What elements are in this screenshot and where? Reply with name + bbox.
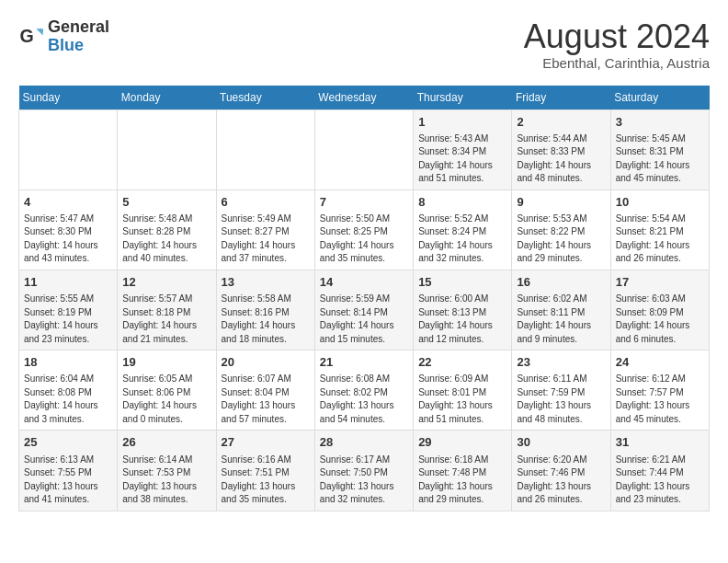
calendar-cell: 4Sunrise: 5:47 AM Sunset: 8:30 PM Daylig… xyxy=(19,190,118,270)
day-number: 8 xyxy=(418,194,506,211)
weekday-header-row: SundayMondayTuesdayWednesdayThursdayFrid… xyxy=(19,86,710,110)
day-number: 21 xyxy=(320,354,408,371)
calendar-cell: 30Sunrise: 6:20 AM Sunset: 7:46 PM Dayli… xyxy=(512,431,610,511)
calendar-cell: 13Sunrise: 5:58 AM Sunset: 8:16 PM Dayli… xyxy=(216,270,314,350)
svg-marker-2 xyxy=(37,29,43,35)
calendar-body: 1Sunrise: 5:43 AM Sunset: 8:34 PM Daylig… xyxy=(19,109,710,511)
day-number: 22 xyxy=(418,354,506,371)
calendar-cell: 22Sunrise: 6:09 AM Sunset: 8:01 PM Dayli… xyxy=(414,350,512,431)
weekday-header-tuesday: Tuesday xyxy=(216,86,314,110)
day-number: 11 xyxy=(24,274,112,291)
day-number: 5 xyxy=(122,194,210,211)
cell-info: Sunrise: 6:13 AM Sunset: 7:55 PM Dayligh… xyxy=(24,454,112,507)
logo-text: General Blue xyxy=(48,18,109,55)
weekday-header-wednesday: Wednesday xyxy=(314,86,413,110)
day-number: 4 xyxy=(24,194,112,211)
calendar-cell: 16Sunrise: 6:02 AM Sunset: 8:11 PM Dayli… xyxy=(512,270,610,350)
calendar-table: SundayMondayTuesdayWednesdayThursdayFrid… xyxy=(18,86,710,511)
weekday-header-monday: Monday xyxy=(118,86,216,110)
calendar-cell: 8Sunrise: 5:52 AM Sunset: 8:24 PM Daylig… xyxy=(414,190,512,270)
day-number: 9 xyxy=(517,194,605,211)
day-number: 12 xyxy=(122,274,210,291)
calendar-cell: 29Sunrise: 6:18 AM Sunset: 7:48 PM Dayli… xyxy=(414,431,512,511)
day-number: 29 xyxy=(418,434,506,451)
day-number: 10 xyxy=(616,194,704,211)
cell-info: Sunrise: 5:48 AM Sunset: 8:28 PM Dayligh… xyxy=(122,213,210,266)
day-number: 23 xyxy=(517,354,605,371)
day-number: 18 xyxy=(24,354,112,371)
day-number: 2 xyxy=(517,114,605,131)
cell-info: Sunrise: 5:47 AM Sunset: 8:30 PM Dayligh… xyxy=(24,213,112,266)
calendar-cell xyxy=(216,109,314,190)
cell-info: Sunrise: 6:16 AM Sunset: 7:51 PM Dayligh… xyxy=(222,454,310,507)
cell-info: Sunrise: 6:21 AM Sunset: 7:44 PM Dayligh… xyxy=(616,454,704,507)
cell-info: Sunrise: 5:54 AM Sunset: 8:21 PM Dayligh… xyxy=(616,213,704,266)
day-number: 28 xyxy=(320,434,408,451)
cell-info: Sunrise: 6:05 AM Sunset: 8:06 PM Dayligh… xyxy=(122,373,210,426)
calendar-cell: 2Sunrise: 5:44 AM Sunset: 8:33 PM Daylig… xyxy=(512,109,610,190)
calendar-cell xyxy=(19,109,118,190)
day-number: 25 xyxy=(24,434,112,451)
cell-info: Sunrise: 6:14 AM Sunset: 7:53 PM Dayligh… xyxy=(122,454,210,507)
day-number: 13 xyxy=(222,274,310,291)
page-header: G General Blue August 2024 Ebenthal, Car… xyxy=(18,18,710,71)
cell-info: Sunrise: 6:04 AM Sunset: 8:08 PM Dayligh… xyxy=(24,373,112,426)
calendar-cell: 7Sunrise: 5:50 AM Sunset: 8:25 PM Daylig… xyxy=(314,190,413,270)
location-subtitle: Ebenthal, Carinthia, Austria xyxy=(524,55,710,71)
logo: G General Blue xyxy=(18,18,109,55)
cell-info: Sunrise: 5:59 AM Sunset: 8:14 PM Dayligh… xyxy=(320,293,408,346)
day-number: 3 xyxy=(616,114,704,131)
cell-info: Sunrise: 6:09 AM Sunset: 8:01 PM Dayligh… xyxy=(418,373,506,426)
calendar-cell: 14Sunrise: 5:59 AM Sunset: 8:14 PM Dayli… xyxy=(314,270,413,350)
weekday-header-sunday: Sunday xyxy=(19,86,118,110)
cell-info: Sunrise: 6:07 AM Sunset: 8:04 PM Dayligh… xyxy=(222,373,310,426)
cell-info: Sunrise: 5:43 AM Sunset: 8:34 PM Dayligh… xyxy=(418,132,506,186)
calendar-week-row: 25Sunrise: 6:13 AM Sunset: 7:55 PM Dayli… xyxy=(19,431,710,511)
calendar-week-row: 18Sunrise: 6:04 AM Sunset: 8:08 PM Dayli… xyxy=(19,350,710,431)
day-number: 14 xyxy=(320,274,408,291)
calendar-cell: 15Sunrise: 6:00 AM Sunset: 8:13 PM Dayli… xyxy=(414,270,512,350)
cell-info: Sunrise: 6:18 AM Sunset: 7:48 PM Dayligh… xyxy=(418,454,506,507)
cell-info: Sunrise: 6:12 AM Sunset: 7:57 PM Dayligh… xyxy=(616,373,704,426)
cell-info: Sunrise: 6:17 AM Sunset: 7:50 PM Dayligh… xyxy=(320,454,408,507)
calendar-week-row: 4Sunrise: 5:47 AM Sunset: 8:30 PM Daylig… xyxy=(19,190,710,270)
weekday-header-friday: Friday xyxy=(512,86,610,110)
cell-info: Sunrise: 5:55 AM Sunset: 8:19 PM Dayligh… xyxy=(24,293,112,346)
day-number: 31 xyxy=(616,434,704,451)
day-number: 1 xyxy=(418,114,506,131)
cell-info: Sunrise: 6:03 AM Sunset: 8:09 PM Dayligh… xyxy=(616,293,704,346)
day-number: 17 xyxy=(616,274,704,291)
calendar-cell: 23Sunrise: 6:11 AM Sunset: 7:59 PM Dayli… xyxy=(512,350,610,431)
logo-general: General xyxy=(48,18,109,37)
cell-info: Sunrise: 6:20 AM Sunset: 7:46 PM Dayligh… xyxy=(517,454,605,507)
day-number: 16 xyxy=(517,274,605,291)
day-number: 19 xyxy=(122,354,210,371)
cell-info: Sunrise: 5:57 AM Sunset: 8:18 PM Dayligh… xyxy=(122,293,210,346)
calendar-week-row: 1Sunrise: 5:43 AM Sunset: 8:34 PM Daylig… xyxy=(19,109,710,190)
cell-info: Sunrise: 5:44 AM Sunset: 8:33 PM Dayligh… xyxy=(517,132,605,186)
calendar-cell: 17Sunrise: 6:03 AM Sunset: 8:09 PM Dayli… xyxy=(610,270,709,350)
calendar-cell: 21Sunrise: 6:08 AM Sunset: 8:02 PM Dayli… xyxy=(314,350,413,431)
svg-text:G: G xyxy=(19,25,33,45)
cell-info: Sunrise: 5:49 AM Sunset: 8:27 PM Dayligh… xyxy=(222,213,310,266)
day-number: 30 xyxy=(517,434,605,451)
cell-info: Sunrise: 5:58 AM Sunset: 8:16 PM Dayligh… xyxy=(222,293,310,346)
calendar-cell: 10Sunrise: 5:54 AM Sunset: 8:21 PM Dayli… xyxy=(610,190,709,270)
calendar-header: SundayMondayTuesdayWednesdayThursdayFrid… xyxy=(19,86,710,110)
cell-info: Sunrise: 6:08 AM Sunset: 8:02 PM Dayligh… xyxy=(320,373,408,426)
logo-blue: Blue xyxy=(48,37,109,55)
cell-info: Sunrise: 5:53 AM Sunset: 8:22 PM Dayligh… xyxy=(517,213,605,266)
calendar-cell: 19Sunrise: 6:05 AM Sunset: 8:06 PM Dayli… xyxy=(118,350,216,431)
calendar-cell: 31Sunrise: 6:21 AM Sunset: 7:44 PM Dayli… xyxy=(610,431,709,511)
cell-info: Sunrise: 5:52 AM Sunset: 8:24 PM Dayligh… xyxy=(418,213,506,266)
calendar-cell xyxy=(118,109,216,190)
cell-info: Sunrise: 6:11 AM Sunset: 7:59 PM Dayligh… xyxy=(517,373,605,426)
month-year-title: August 2024 xyxy=(524,18,710,55)
calendar-cell: 3Sunrise: 5:45 AM Sunset: 8:31 PM Daylig… xyxy=(610,109,709,190)
calendar-cell: 20Sunrise: 6:07 AM Sunset: 8:04 PM Dayli… xyxy=(216,350,314,431)
calendar-cell xyxy=(314,109,413,190)
day-number: 7 xyxy=(320,194,408,211)
cell-info: Sunrise: 6:02 AM Sunset: 8:11 PM Dayligh… xyxy=(517,293,605,346)
calendar-cell: 18Sunrise: 6:04 AM Sunset: 8:08 PM Dayli… xyxy=(19,350,118,431)
day-number: 27 xyxy=(222,434,310,451)
